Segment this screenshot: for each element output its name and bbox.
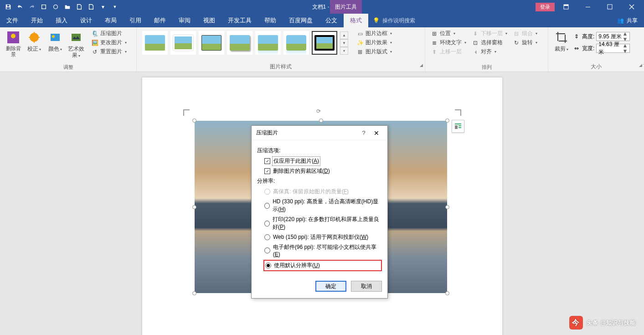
rotate-button[interactable]: ↻旋转▾ bbox=[511, 38, 539, 47]
corrections-button[interactable]: 校正▾ bbox=[25, 29, 44, 53]
radio-icon bbox=[264, 221, 270, 227]
size-launcher-icon[interactable]: ◢ bbox=[639, 63, 642, 67]
radio-email[interactable]: 电子邮件(96 ppi): 尽可能缩小文档以便共享(E) bbox=[264, 243, 382, 258]
tab-official[interactable]: 公文 bbox=[319, 14, 344, 27]
share-button[interactable]: 👥 共享 bbox=[617, 14, 644, 27]
resize-handle[interactable] bbox=[445, 205, 449, 209]
style-thumb-4[interactable] bbox=[227, 31, 252, 55]
cancel-button[interactable]: 取消 bbox=[351, 281, 382, 292]
qat-save-icon[interactable] bbox=[3, 1, 14, 12]
resize-handle[interactable] bbox=[192, 291, 196, 295]
tab-layout[interactable]: 布局 bbox=[98, 14, 123, 27]
minimize-button[interactable] bbox=[577, 0, 598, 13]
radio-hd[interactable]: HD (330 ppi): 高质量，适合高清晰度(HD)显示(H) bbox=[264, 198, 382, 213]
svg-rect-5 bbox=[608, 5, 612, 9]
close-button[interactable] bbox=[621, 0, 642, 13]
tab-file[interactable]: 文件 bbox=[0, 14, 25, 27]
resize-handle[interactable] bbox=[192, 205, 196, 209]
radio-hifi: 高保真: 保留原始图片的质量(F) bbox=[264, 188, 382, 196]
tab-mailings[interactable]: 邮件 bbox=[148, 14, 172, 27]
wrap-text-button[interactable]: ≣环绕文字▾ bbox=[429, 38, 468, 47]
artistic-icon bbox=[69, 30, 83, 45]
tab-view[interactable]: 视图 bbox=[197, 14, 222, 27]
color-button[interactable]: 颜色▾ bbox=[46, 29, 65, 53]
resize-handle[interactable] bbox=[192, 119, 196, 123]
radio-default[interactable]: 使用默认分辨率(U) bbox=[263, 260, 382, 271]
align-button[interactable]: ⫞对齐▾ bbox=[470, 47, 509, 56]
checkbox-delete-cropped[interactable]: ✓ 删除图片的剪裁区域(D) bbox=[264, 167, 382, 175]
login-button[interactable]: 登录 bbox=[536, 3, 555, 11]
bring-forward-button[interactable]: ⬆上移一层 bbox=[429, 47, 468, 56]
qat-btn-9[interactable]: ▾ bbox=[98, 1, 108, 12]
resize-handle[interactable] bbox=[319, 119, 323, 123]
style-thumb-5[interactable] bbox=[255, 31, 281, 55]
group-label-adjust: 调整 bbox=[4, 63, 133, 71]
qat-redo-icon[interactable] bbox=[26, 1, 37, 12]
radio-web[interactable]: Web (150 ppi): 适用于网页和投影仪(W) bbox=[264, 233, 382, 241]
style-thumb-7[interactable] bbox=[312, 31, 337, 55]
crop-icon bbox=[554, 30, 569, 45]
picture-styles-gallery[interactable]: ▲ ▼ ▾ bbox=[140, 29, 350, 57]
reset-picture-button[interactable]: ↺重置图片▾ bbox=[89, 47, 129, 56]
qat-new-icon[interactable] bbox=[74, 1, 85, 12]
qat-btn-4[interactable] bbox=[38, 1, 49, 12]
artistic-effects-button[interactable]: 艺术效果▾ bbox=[67, 29, 86, 60]
align-icon: ⫞ bbox=[472, 48, 479, 56]
gallery-more-icon[interactable]: ▾ bbox=[340, 47, 348, 55]
layout-options-button[interactable] bbox=[452, 120, 464, 133]
height-input[interactable]: 9.95 厘米▲▼ bbox=[596, 32, 630, 41]
maximize-button[interactable] bbox=[599, 0, 620, 13]
style-thumb-2[interactable] bbox=[170, 31, 196, 55]
dialog-help-button[interactable]: ? bbox=[357, 129, 370, 136]
remove-background-button[interactable]: 删除背景 bbox=[4, 29, 23, 58]
resize-handle[interactable] bbox=[445, 119, 449, 123]
width-input[interactable]: 14.63 厘米▲▼ bbox=[596, 44, 630, 53]
send-backward-button[interactable]: ⬇下移一层▾ bbox=[470, 29, 509, 38]
ok-button[interactable]: 确定 bbox=[315, 281, 346, 292]
tab-references[interactable]: 引用 bbox=[123, 14, 148, 27]
tab-format[interactable]: 格式 bbox=[344, 14, 368, 27]
tab-design[interactable]: 设计 bbox=[74, 14, 98, 27]
picture-border-button[interactable]: ▭图片边框▾ bbox=[355, 29, 394, 38]
ribbon-options-icon[interactable] bbox=[556, 0, 577, 13]
gallery-down-icon[interactable]: ▼ bbox=[340, 39, 348, 47]
group-button[interactable]: ⊟组合▾ bbox=[511, 29, 539, 38]
remove-bg-icon bbox=[6, 30, 21, 45]
qat-customize-icon[interactable]: ▼ bbox=[109, 1, 120, 12]
width-icon: ⇔ bbox=[573, 45, 580, 52]
selection-pane-button[interactable]: ⊡选择窗格 bbox=[470, 38, 509, 47]
svg-rect-12 bbox=[455, 124, 461, 124]
tab-help[interactable]: 帮助 bbox=[258, 14, 283, 27]
tab-review[interactable]: 审阅 bbox=[172, 14, 197, 27]
radio-print[interactable]: 打印(220 ppi): 在多数打印机和屏幕上质量良好(P) bbox=[264, 216, 382, 231]
svg-point-1 bbox=[54, 5, 58, 9]
picture-effects-button[interactable]: ✨图片效果▾ bbox=[355, 38, 394, 47]
corrections-icon bbox=[27, 30, 41, 45]
qat-undo-icon[interactable] bbox=[15, 1, 26, 12]
tell-me-search[interactable]: 💡 操作说明搜索 bbox=[373, 14, 415, 27]
position-icon: ⊞ bbox=[431, 30, 438, 37]
qat-btn-5[interactable] bbox=[50, 1, 61, 12]
rotate-handle-icon[interactable]: ⟳ bbox=[316, 108, 325, 117]
contextual-tab-picture-tools: 图片工具 bbox=[330, 0, 362, 14]
forward-icon: ⬆ bbox=[431, 48, 438, 56]
crop-button[interactable]: 裁剪▾ bbox=[552, 29, 571, 53]
compress-pictures-button[interactable]: 🗜️压缩图片 bbox=[89, 29, 129, 38]
checkbox-apply-only[interactable]: ✓ 仅应用于此图片(A) bbox=[264, 157, 382, 165]
tab-baidu[interactable]: 百度网盘 bbox=[283, 14, 319, 27]
position-button[interactable]: ⊞位置▾ bbox=[429, 29, 468, 38]
tab-developer[interactable]: 开发工具 bbox=[222, 14, 258, 27]
style-thumb-6[interactable] bbox=[283, 31, 309, 55]
style-thumb-1[interactable] bbox=[142, 31, 168, 55]
dialog-close-button[interactable]: ✕ bbox=[370, 129, 383, 137]
change-picture-button[interactable]: 🖼️更改图片▾ bbox=[89, 38, 129, 47]
tab-insert[interactable]: 插入 bbox=[49, 14, 74, 27]
tab-home[interactable]: 开始 bbox=[25, 14, 49, 27]
resize-handle[interactable] bbox=[445, 291, 449, 295]
styles-launcher-icon[interactable]: ◢ bbox=[420, 63, 423, 67]
gallery-up-icon[interactable]: ▲ bbox=[340, 31, 348, 39]
picture-layout-button[interactable]: ⊞图片版式▾ bbox=[355, 47, 394, 56]
style-thumb-3[interactable] bbox=[199, 31, 224, 55]
qat-open-icon[interactable] bbox=[62, 1, 73, 12]
qat-btn-8[interactable] bbox=[86, 1, 97, 12]
